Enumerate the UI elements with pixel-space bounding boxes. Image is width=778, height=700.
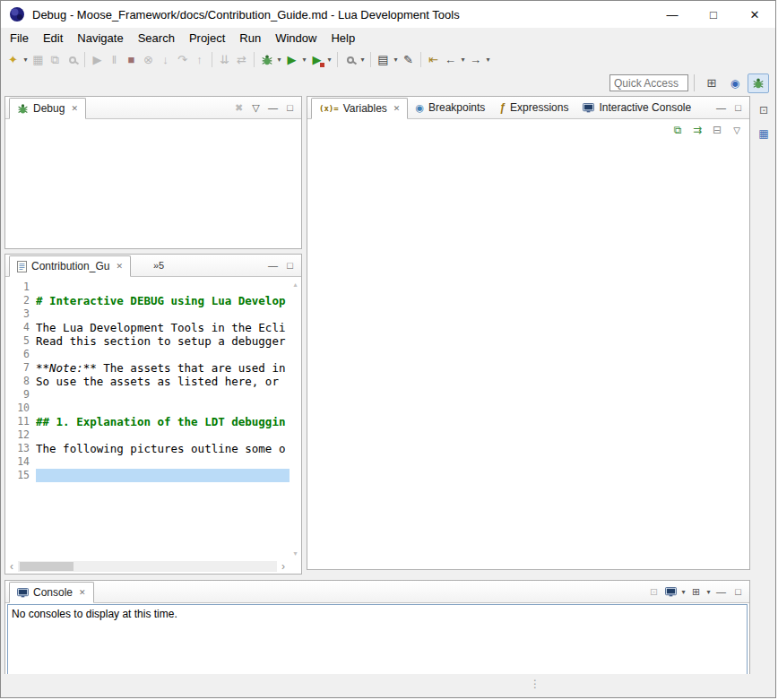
close-tab-icon[interactable]: ✕ [79,588,86,597]
close-tab-icon[interactable]: ✕ [393,104,401,113]
run-icon[interactable]: ▶ [284,51,299,69]
line-number[interactable]: 4 [5,321,36,334]
scrollbar-thumb[interactable] [20,562,73,571]
new-dropdown-icon[interactable]: ▾ [22,56,30,64]
editor-horizontal-scrollbar[interactable]: ‹ › [5,560,290,573]
minimize-view-icon[interactable]: — [713,583,730,600]
tab-debug[interactable]: Debug ✕ [9,98,86,119]
menu-help[interactable]: Help [324,29,362,48]
editor-content[interactable]: 1 2# Interactive DEBUG using Lua Develop… [5,277,301,574]
line-number[interactable]: 12 [5,428,36,442]
menu-project[interactable]: Project [182,29,232,48]
open-console-dropdown-icon[interactable]: ▾ [705,588,713,596]
quick-access-input[interactable] [609,74,688,91]
new-file-dropdown-icon[interactable]: ▾ [392,56,400,64]
tab-console[interactable]: Console ✕ [9,582,94,603]
use-step-filters-icon[interactable]: ⇄ [234,51,249,69]
external-tools-dropdown-icon[interactable]: ▾ [325,56,333,64]
run-dropdown-icon[interactable]: ▾ [300,56,308,64]
restore-view-icon[interactable]: ⊡ [755,101,773,119]
debug-dropdown-icon[interactable]: ▾ [275,56,283,64]
menu-run[interactable]: Run [232,29,268,48]
ldt-perspective-button[interactable]: ◉ [724,73,746,93]
tab-overflow-chevron[interactable]: »5 [147,255,170,276]
scroll-down-icon[interactable]: ▾ [293,549,297,557]
open-perspective-icon[interactable]: ⊞ [701,73,722,93]
view-menu-icon[interactable]: ▽ [247,99,264,116]
line-number[interactable]: 14 [5,455,36,469]
new-file-icon[interactable]: ▤ [376,51,391,69]
tab-variables[interactable]: (x)= Variables ✕ [311,98,408,119]
display-console-icon[interactable] [662,583,679,600]
maximize-view-icon[interactable]: □ [730,99,747,116]
maximize-view-icon[interactable]: □ [730,583,747,600]
save-all-icon[interactable]: ⧉ [48,51,63,69]
line-number[interactable]: 11 [5,415,36,428]
step-return-icon[interactable]: ↑ [192,51,207,69]
pin-editor-icon[interactable]: ✎ [401,51,416,69]
line-number[interactable]: 2 [5,294,36,307]
display-console-dropdown-icon[interactable]: ▾ [679,588,687,596]
line-number[interactable]: 1 [5,281,36,294]
line-number[interactable]: 3 [5,307,36,321]
debug-view-content[interactable] [5,119,301,248]
minimized-view-grid-icon[interactable]: ▦ [755,125,773,143]
line-number[interactable]: 5 [5,334,36,348]
line-number[interactable]: 10 [5,402,36,415]
resume-icon[interactable]: ▶ [90,51,105,69]
scroll-left-icon[interactable]: ‹ [5,560,18,573]
sash-handle-icon[interactable]: ⋮ [530,678,540,690]
search-dropdown-icon[interactable]: ▾ [359,56,367,64]
last-edit-location-icon[interactable]: ⇤ [426,51,441,69]
drop-to-frame-icon[interactable]: ⇊ [217,51,232,69]
menu-search[interactable]: Search [131,29,182,48]
magnifier-icon[interactable] [65,51,80,69]
show-logical-structure-icon[interactable]: ⧉ [669,122,687,138]
maximize-view-icon[interactable]: □ [281,99,298,116]
scrollbar-track[interactable] [18,561,277,572]
maximize-button[interactable]: □ [693,1,734,28]
menu-navigate[interactable]: Navigate [70,29,130,48]
line-number[interactable]: 15 [5,469,36,482]
tab-contribution-guide[interactable]: Contribution_Gu ✕ [9,255,131,277]
editor-lines[interactable]: 1 2# Interactive DEBUG using Lua Develop… [5,279,290,559]
editor-vertical-scrollbar[interactable]: ▴ ▾ [290,279,301,559]
variables-content[interactable]: ⧉ ⇉ ⊟ ▽ [307,119,749,569]
new-wizard-icon[interactable]: ✦ [5,51,21,69]
terminate-icon[interactable]: ■ [124,51,139,69]
minimize-view-icon[interactable]: — [264,257,281,273]
scroll-right-icon[interactable]: › [277,560,290,573]
external-tools-icon[interactable]: ▶ [309,51,324,69]
line-number[interactable]: 13 [5,442,36,455]
minimize-view-icon[interactable]: — [264,99,281,116]
pin-console-icon[interactable]: ⊡ [645,583,662,600]
forward-icon[interactable]: → [468,51,483,69]
tab-expressions[interactable]: ƒ Expressions [492,97,575,118]
search-icon[interactable] [342,51,358,69]
menu-edit[interactable]: Edit [36,29,70,48]
step-over-icon[interactable]: ↷ [175,51,190,69]
view-menu-icon[interactable]: ▽ [728,122,746,138]
line-number[interactable]: 8 [5,375,36,388]
remove-terminated-icon[interactable]: ✖ [230,99,247,116]
tab-interactive-console[interactable]: Interactive Console [575,97,698,118]
minimize-button[interactable]: — [652,1,693,28]
disconnect-icon[interactable]: ⊗ [141,51,156,69]
line-number[interactable]: 7 [5,361,36,375]
step-into-icon[interactable]: ↓ [158,51,173,69]
back-icon[interactable]: ← [443,51,458,69]
maximize-view-icon[interactable]: □ [281,257,298,273]
minimize-view-icon[interactable]: — [713,99,730,116]
show-columns-icon[interactable]: ⇉ [688,122,706,138]
menu-window[interactable]: Window [268,29,324,48]
tab-breakpoints[interactable]: ◉ Breakpoints [408,97,492,118]
close-button[interactable]: ✕ [734,1,775,28]
line-number[interactable]: 6 [5,348,36,361]
forward-dropdown-icon[interactable]: ▾ [484,56,492,64]
save-icon[interactable]: ▦ [30,51,46,69]
open-console-icon[interactable]: ⊞ [687,583,705,600]
menu-file[interactable]: File [3,29,36,48]
close-tab-icon[interactable]: ✕ [116,262,123,271]
collapse-all-icon[interactable]: ⊟ [708,122,726,138]
console-content[interactable]: No consoles to display at this time. [7,604,748,675]
